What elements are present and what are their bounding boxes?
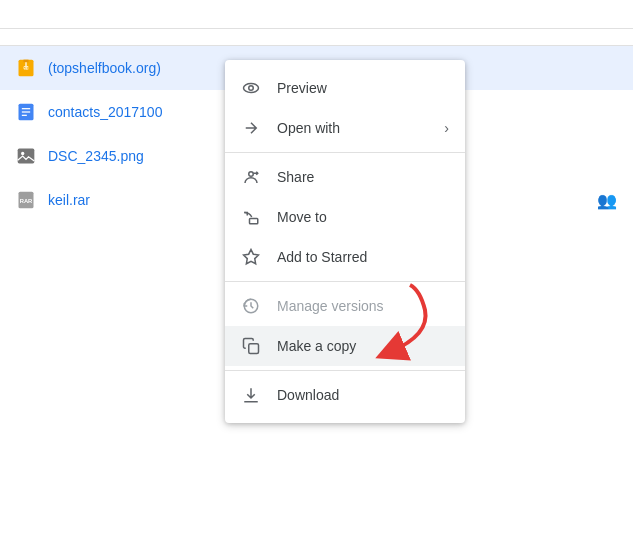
- menu-item-share[interactable]: Share: [225, 157, 465, 197]
- svg-point-15: [249, 172, 254, 177]
- menu-label-make-a-copy: Make a copy: [277, 338, 449, 354]
- svg-point-10: [21, 152, 24, 155]
- move-icon: [241, 207, 261, 227]
- history-icon: [241, 296, 261, 316]
- eye-icon: [241, 78, 261, 98]
- file-icon: [16, 102, 36, 122]
- menu-label-add-to-starred: Add to Starred: [277, 249, 449, 265]
- svg-rect-20: [249, 344, 259, 354]
- open-with-icon: [241, 118, 261, 138]
- file-icon: [16, 146, 36, 166]
- breadcrumb: [0, 0, 633, 29]
- menu-divider: [225, 370, 465, 371]
- menu-label-open-with: Open with: [277, 120, 428, 136]
- svg-rect-17: [250, 219, 258, 224]
- menu-item-preview[interactable]: Preview: [225, 68, 465, 108]
- svg-rect-1: [24, 60, 29, 63]
- column-header: [0, 29, 633, 46]
- submenu-arrow-icon: ›: [444, 120, 449, 136]
- svg-text:RAR: RAR: [20, 198, 33, 204]
- menu-item-move-to[interactable]: Move to: [225, 197, 465, 237]
- menu-label-download: Download: [277, 387, 449, 403]
- menu-label-share: Share: [277, 169, 449, 185]
- shared-icon: 👥: [597, 191, 617, 210]
- context-menu: PreviewOpen with›ShareMove toAdd to Star…: [225, 60, 465, 423]
- svg-text:ZIP: ZIP: [23, 66, 30, 71]
- svg-marker-18: [244, 250, 259, 264]
- star-icon: [241, 247, 261, 267]
- menu-divider: [225, 281, 465, 282]
- svg-point-14: [249, 86, 254, 91]
- menu-item-manage-versions: Manage versions: [225, 286, 465, 326]
- menu-label-move-to: Move to: [277, 209, 449, 225]
- svg-rect-9: [18, 149, 35, 164]
- menu-label-preview: Preview: [277, 80, 449, 96]
- download-icon: [241, 385, 261, 405]
- menu-item-add-to-starred[interactable]: Add to Starred: [225, 237, 465, 277]
- menu-label-manage-versions: Manage versions: [277, 298, 449, 314]
- copy-icon: [241, 336, 261, 356]
- file-icon: RAR: [16, 190, 36, 210]
- file-icon: ZIP: [16, 58, 36, 78]
- menu-item-make-a-copy[interactable]: Make a copy: [225, 326, 465, 366]
- share-icon: [241, 167, 261, 187]
- menu-item-download[interactable]: Download: [225, 375, 465, 415]
- menu-divider: [225, 152, 465, 153]
- svg-point-13: [244, 84, 259, 93]
- menu-item-open-with[interactable]: Open with›: [225, 108, 465, 148]
